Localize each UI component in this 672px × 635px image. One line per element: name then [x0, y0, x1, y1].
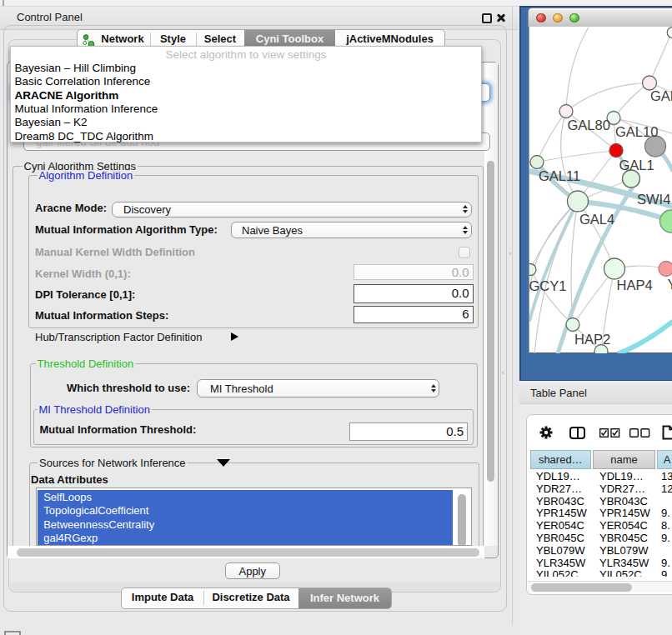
svg-text:GAL80: GAL80 — [568, 118, 610, 132]
svg-text:GAL11: GAL11 — [539, 168, 580, 183]
svg-text:YLR: YLR — [668, 276, 672, 291]
svg-text:GAL10: GAL10 — [615, 124, 658, 139]
svg-text:GAL7: GAL7 — [650, 88, 672, 102]
svg-text:HAP4: HAP4 — [617, 277, 653, 292]
svg-text:SWI4: SWI4 — [637, 191, 670, 206]
svg-text:GCY1: GCY1 — [529, 278, 566, 293]
svg-text:GAL4: GAL4 — [579, 211, 614, 226]
svg-text:GAL1: GAL1 — [619, 158, 654, 172]
svg-text:HAP2: HAP2 — [574, 332, 610, 347]
